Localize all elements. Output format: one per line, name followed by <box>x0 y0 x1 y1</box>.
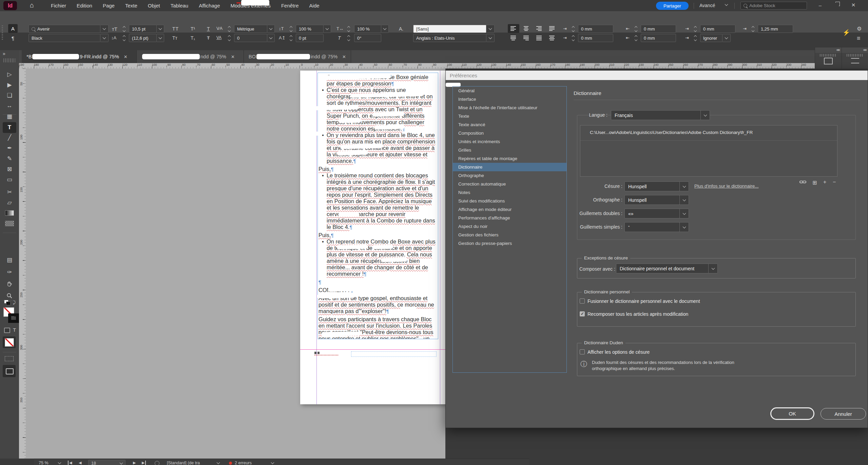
align-left-button[interactable] <box>508 24 519 33</box>
baseline-shift-input[interactable]: 0 pt <box>296 34 324 42</box>
preflight-profile-value[interactable]: [Standard] (de tra <box>167 461 200 465</box>
small-caps-button[interactable]: Tᴛ <box>172 35 177 41</box>
apply-to-text-button[interactable]: T <box>13 327 16 333</box>
tab-close-icon[interactable]: ✕ <box>124 54 128 59</box>
paragraph[interactable]: •On reprend notre Combo de Boxe avec plu… <box>319 238 436 277</box>
panel-grip[interactable] <box>2 25 3 40</box>
prefs-section-rep-res-et-table-de-montage[interactable]: Repères et table de montage <box>453 154 566 163</box>
document-tab[interactable]: *B9-FR.indd @ 75%✕ <box>22 50 137 63</box>
frame-tool[interactable]: ⊠ <box>0 164 19 174</box>
align-right-button[interactable] <box>534 24 545 33</box>
orthographe-dropdown[interactable]: Hunspell <box>624 195 689 205</box>
fusionner-checkbox[interactable] <box>580 298 585 304</box>
ok-button[interactable]: OK <box>770 407 814 420</box>
subscript-button[interactable]: T₁ <box>191 35 195 41</box>
font-style-dropdown[interactable] <box>100 34 109 42</box>
prefs-section-gestion-du-presse-papiers[interactable]: Gestion du presse-papiers <box>453 239 566 248</box>
vertical-ruler[interactable]: 50100150200250300350 <box>19 69 26 459</box>
share-button[interactable]: Partager <box>656 2 689 10</box>
vertical-scale-dropdown[interactable] <box>324 25 331 33</box>
horizontal-ruler[interactable]: 1901801701601501401301201101009080706050… <box>19 63 815 69</box>
skew-stepper[interactable] <box>346 34 351 42</box>
drop-cap-lines-stepper[interactable] <box>693 34 698 42</box>
type-tool[interactable]: T <box>3 122 16 133</box>
font-size-input[interactable]: 10,5 pt <box>129 25 157 33</box>
rectangle-tool[interactable]: ▭ <box>0 175 19 184</box>
document-tab[interactable]: ndd @ 75%✕ <box>137 50 244 63</box>
indesign-logo-icon[interactable]: Id <box>3 1 17 10</box>
prefs-section-unit-s-et-incr-ments[interactable]: Unités et incréments <box>453 137 566 146</box>
prefs-section-orthographe[interactable]: Orthographe <box>453 171 566 180</box>
character-style-input[interactable]: [Sans] <box>413 25 486 33</box>
minimize-button[interactable]: – <box>814 0 826 10</box>
selection-tool[interactable]: ▷ <box>0 70 19 79</box>
leading-input[interactable]: (12,6 pt) <box>129 34 157 42</box>
guillemets-simples-dropdown[interactable]: '' <box>624 222 689 232</box>
screen-mode-button[interactable] <box>3 365 16 377</box>
font-family-input[interactable]: Avenir <box>28 25 100 33</box>
gradient-tool[interactable] <box>0 208 19 218</box>
preflight-dropdown-icon[interactable] <box>217 461 220 464</box>
prefs-section-dictionnaire[interactable]: Dictionnaire <box>453 163 566 171</box>
sliders-panel-icon[interactable] <box>851 58 859 63</box>
tracking-stepper[interactable] <box>227 34 232 42</box>
leading-stepper[interactable] <box>121 34 127 42</box>
paragraph[interactable]: Puis,¶ <box>319 232 436 238</box>
line-tool[interactable]: ╱ <box>0 133 19 142</box>
horizontal-scale-dropdown[interactable] <box>381 25 389 33</box>
prefs-section-performances-d-affichage[interactable]: Performances d'affichage <box>453 214 566 222</box>
skew-input[interactable]: 0° <box>354 34 381 42</box>
indent-first-line-input[interactable]: 0 mm <box>578 34 613 42</box>
stroke-swatch[interactable] <box>8 313 19 323</box>
prefs-section-texte[interactable]: Texte <box>453 112 566 120</box>
prefs-section-g-n-ral[interactable]: Général <box>453 86 566 95</box>
paragraph[interactable]: •Le troisième round contient des blocage… <box>319 172 436 230</box>
space-before-stepper[interactable] <box>693 25 698 33</box>
document-tab[interactable]: BOindd @ 75%✕ <box>244 50 351 63</box>
character-style-dropdown[interactable] <box>486 25 495 33</box>
dictionary-path-list[interactable]: C:\User...ow\Adobe\Linguistics\UserDicti… <box>580 125 837 177</box>
indent-right-input[interactable]: 0 mm <box>641 25 676 33</box>
zoom-dropdown-icon[interactable] <box>58 461 61 464</box>
cancel-button[interactable]: Annuler <box>821 408 866 420</box>
menu-item-page[interactable]: Page <box>103 3 115 8</box>
lightning-icon[interactable]: ⚡ <box>843 29 850 36</box>
pencil-tool[interactable]: ✎ <box>0 154 19 163</box>
prefs-section-interface[interactable]: Interface <box>453 95 566 103</box>
adobe-stock-search-input[interactable]: Adobe Stock <box>740 2 807 9</box>
close-button[interactable]: ✕ <box>847 0 860 10</box>
page-number-input[interactable]: 18 <box>88 460 126 465</box>
collapse-panels-icon[interactable]: «« <box>815 47 842 53</box>
vertical-scale-input[interactable]: 100 % <box>296 25 324 33</box>
justify-last-left-button[interactable] <box>546 24 558 33</box>
errors-dropdown-icon[interactable] <box>271 461 274 464</box>
next-page-button[interactable]: ▶ <box>133 461 136 465</box>
indent-left-input[interactable]: 0 mm <box>578 25 613 33</box>
prefs-section-affichage-en-mode-diteur[interactable]: Affichage en mode éditeur <box>453 205 566 214</box>
afficher-cesure-checkbox[interactable] <box>580 349 585 354</box>
space-after-stepper[interactable] <box>750 25 755 33</box>
kerning-stepper[interactable] <box>227 25 232 33</box>
dictionary-path[interactable]: C:\User...ow\Adobe\Linguistics\UserDicti… <box>590 130 753 135</box>
first-page-button[interactable]: ◀ <box>68 461 72 465</box>
prefs-section-notes[interactable]: Notes <box>453 188 566 197</box>
underline-button[interactable]: T <box>207 26 210 32</box>
prefs-section-mise-l-chelle-de-l-interface-utilisateur[interactable]: Mise à l'échelle de l'interface utilisat… <box>453 103 566 112</box>
drop-cap-lines-dropdown[interactable] <box>722 34 731 42</box>
expand-panel-icon[interactable]: » <box>3 51 5 56</box>
indent-last-line-input[interactable]: 0 mm <box>641 34 676 42</box>
panel-grip[interactable] <box>820 54 837 57</box>
font-size-stepper[interactable] <box>121 25 127 33</box>
indent-last-line-stepper[interactable] <box>633 34 638 42</box>
menu-item-tableau[interactable]: Tableau <box>171 3 189 8</box>
baseline-shift-stepper[interactable] <box>288 34 293 42</box>
horizontal-scale-stepper[interactable] <box>346 25 351 33</box>
remove-dictionary-icon[interactable]: − <box>833 179 836 185</box>
tracking-input[interactable]: 0 <box>234 34 267 42</box>
all-caps-button[interactable]: TT <box>172 26 179 32</box>
collapse-panels-icon[interactable]: «« <box>842 47 868 53</box>
fill-stroke-mini-icon[interactable] <box>6 302 11 305</box>
prefs-section-correction-automatique[interactable]: Correction automatique <box>453 180 566 188</box>
tools-panel-grip[interactable] <box>3 58 16 62</box>
panel-grip[interactable] <box>847 54 864 57</box>
